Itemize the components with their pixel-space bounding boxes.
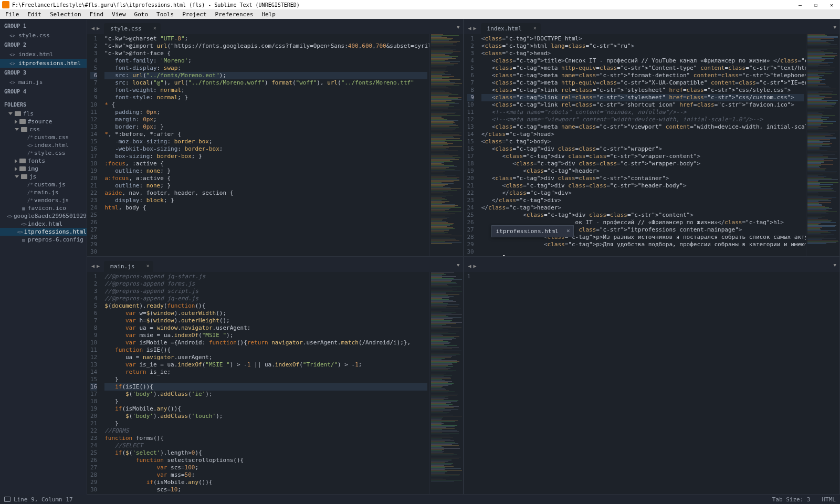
folder-fonts[interactable]: fonts bbox=[0, 157, 87, 165]
menu-preferences[interactable]: Preferences bbox=[211, 11, 258, 18]
panel-toggle-icon[interactable] bbox=[4, 497, 10, 502]
prev-tab-icon[interactable]: ◀ bbox=[90, 25, 96, 31]
editor-content[interactable]: "c-kw">@charset "UTF-8";"c-kw">@import u… bbox=[102, 34, 429, 256]
pane-menu-icon[interactable]: ▼ bbox=[834, 262, 836, 268]
autocomplete-popup[interactable]: itprofessions.html× bbox=[491, 225, 574, 237]
pane-3: ◀▶ main.js× ▼ 12345678910111213141516171… bbox=[87, 257, 464, 495]
pane-1: ◀▶ style.css× ▼ 123456789101112131415161… bbox=[87, 19, 464, 257]
next-tab-icon[interactable]: ▶ bbox=[472, 263, 478, 269]
close-tab-icon[interactable]: × bbox=[146, 263, 149, 269]
open-file-itprofessions-html[interactable]: <>itprofessions.html bbox=[0, 59, 87, 68]
menu-selection[interactable]: Selection bbox=[46, 11, 86, 18]
pane-menu-icon[interactable]: ▼ bbox=[457, 262, 459, 268]
next-tab-icon[interactable]: ▶ bbox=[472, 25, 478, 31]
folder-source[interactable]: #source bbox=[0, 118, 87, 125]
status-bar: Line 9, Column 17 Tab Size: 3 HTML bbox=[0, 495, 840, 504]
folder-js[interactable]: js bbox=[0, 173, 87, 181]
cursor-position: Line 9, Column 17 bbox=[14, 496, 73, 503]
folders-header: FOLDERS bbox=[0, 100, 87, 110]
tab-main-js[interactable]: main.js× bbox=[104, 261, 153, 272]
syntax-mode[interactable]: HTML bbox=[822, 496, 836, 503]
maximize-button[interactable]: ☐ bbox=[813, 2, 819, 8]
prev-tab-icon[interactable]: ◀ bbox=[467, 25, 472, 31]
pane-2: ◀▶ index.html× ▼ 12345678910111213141516… bbox=[464, 19, 841, 257]
tab-size[interactable]: Tab Size: 3 bbox=[772, 496, 811, 503]
close-tab-icon[interactable]: × bbox=[533, 25, 537, 31]
open-file-style-css[interactable]: <>style.css bbox=[0, 31, 87, 40]
pane-menu-icon[interactable]: ▼ bbox=[834, 25, 836, 30]
file-index-html[interactable]: <>index.html bbox=[0, 220, 87, 228]
menu-view[interactable]: View bbox=[108, 11, 130, 18]
tab-index-html[interactable]: index.html× bbox=[481, 23, 541, 34]
file-css-index-html[interactable]: <>index.html bbox=[0, 141, 87, 149]
folder-img[interactable]: img bbox=[0, 165, 87, 173]
minimize-button[interactable]: — bbox=[797, 2, 803, 8]
minimap[interactable] bbox=[429, 34, 463, 256]
file-vendors-js[interactable]: /*vendors.js bbox=[0, 196, 87, 204]
menu-tools[interactable]: Tools bbox=[152, 11, 178, 18]
file-main-js[interactable]: /*main.js bbox=[0, 188, 87, 196]
menu-edit[interactable]: Edit bbox=[24, 11, 46, 18]
menu-bar: FileEditSelectionFindViewGotoToolsProjec… bbox=[0, 9, 840, 19]
menu-goto[interactable]: Goto bbox=[130, 11, 153, 18]
folder-fls[interactable]: fls bbox=[0, 110, 87, 118]
folder-css[interactable]: css bbox=[0, 125, 87, 133]
group-3-header[interactable]: GROUP 3 bbox=[0, 68, 87, 78]
app-icon bbox=[2, 1, 9, 8]
group-4-header[interactable]: GROUP 4 bbox=[0, 87, 87, 97]
tab-style-css[interactable]: style.css× bbox=[104, 23, 161, 34]
close-button[interactable]: ✕ bbox=[828, 2, 835, 8]
file-itprofessions-html[interactable]: <>itprofessions.html bbox=[0, 228, 87, 236]
window-title: F:\FreelancerLifestyle\#fls.guru\fls\itp… bbox=[12, 2, 797, 8]
menu-help[interactable]: Help bbox=[257, 11, 280, 18]
file-custom-css[interactable]: /*custom.css bbox=[0, 133, 87, 141]
group-1-header[interactable]: GROUP 1 bbox=[0, 21, 87, 31]
minimap[interactable] bbox=[429, 272, 463, 494]
file-style-css[interactable]: /*style.css bbox=[0, 149, 87, 157]
editor-content[interactable]: //@prepros-append jq-start.js//@prepros-… bbox=[102, 272, 429, 494]
next-tab-icon[interactable]: ▶ bbox=[96, 25, 101, 31]
file-custom-js[interactable]: /*custom.js bbox=[0, 181, 87, 188]
sidebar: GROUP 1 <>style.css GROUP 2 <>index.html… bbox=[0, 19, 87, 495]
window-titlebar: F:\FreelancerLifestyle\#fls.guru\fls\itp… bbox=[0, 0, 840, 9]
menu-file[interactable]: File bbox=[1, 11, 24, 18]
group-2-header[interactable]: GROUP 2 bbox=[0, 40, 87, 50]
pane-menu-icon[interactable]: ▼ bbox=[457, 25, 459, 30]
file-favicon[interactable]: ▦favicon.ico bbox=[0, 204, 87, 212]
file-google[interactable]: <>google8aedc2996501929 bbox=[0, 212, 87, 220]
editor-content[interactable]: <class="c-tag">!DOCTYPE html><class="c-t… bbox=[479, 34, 806, 256]
menu-project[interactable]: Project bbox=[178, 11, 211, 18]
prev-tab-icon[interactable]: ◀ bbox=[467, 263, 472, 269]
open-file-main-js[interactable]: <>main.js bbox=[0, 78, 87, 87]
menu-find[interactable]: Find bbox=[86, 11, 108, 18]
editor-content[interactable] bbox=[476, 272, 839, 494]
pane-4: ◀▶ ▼ 1 bbox=[464, 257, 841, 495]
minimap[interactable] bbox=[806, 34, 839, 256]
popup-close-icon[interactable]: × bbox=[566, 227, 570, 234]
prev-tab-icon[interactable]: ◀ bbox=[90, 263, 96, 269]
file-prepros-config[interactable]: ▤prepros-6.config bbox=[0, 236, 87, 244]
open-file-index-html[interactable]: <>index.html bbox=[0, 50, 87, 59]
close-tab-icon[interactable]: × bbox=[153, 25, 156, 31]
next-tab-icon[interactable]: ▶ bbox=[96, 263, 101, 269]
